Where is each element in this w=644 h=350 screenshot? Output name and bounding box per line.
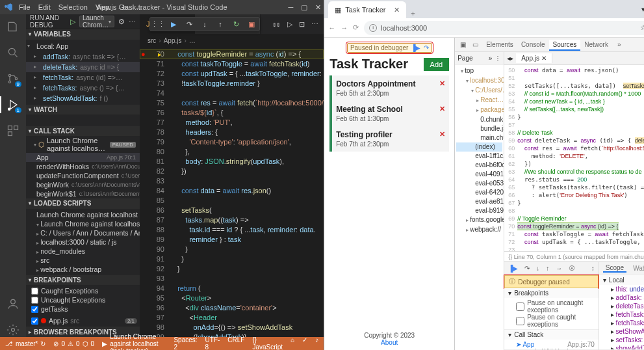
new-tab-button[interactable]: ＋	[406, 8, 419, 18]
menu-selection[interactable]: Selection	[55, 2, 91, 12]
watch-header[interactable]: ▾WATCH	[26, 105, 140, 115]
tree-node[interactable]: ▸package	[456, 105, 502, 115]
variable-item[interactable]: ▸addTask: async task => {…	[26, 51, 140, 62]
scope-variable[interactable]: ▸ deleteTask: async id => {…}	[599, 302, 644, 310]
breadcrumb[interactable]: src›App.js›…	[140, 34, 324, 47]
tree-node[interactable]: eval-e053cc	[456, 179, 502, 188]
breakpoints-header[interactable]: ▾BREAKPOINTS	[26, 275, 140, 286]
dt-callstack-frame[interactable]: ➤ AppApp.js:70	[516, 341, 595, 348]
add-button[interactable]: Add	[424, 58, 450, 71]
explorer-icon[interactable]	[6, 20, 20, 34]
loaded-script[interactable]: ▸ localhost:3000 / static / js	[26, 237, 140, 247]
callstack-frame[interactable]: beginWorkc:\Users\Ann\Documents\An…	[26, 180, 140, 189]
scope-variable[interactable]: ▸ showAddTask: true	[599, 344, 644, 350]
tree-node[interactable]: eval-ae81e6	[456, 197, 502, 206]
callstack-section[interactable]: ▾ Call Stack	[504, 330, 599, 340]
breakpoint-item[interactable]: getTasks	[26, 304, 140, 314]
loaded-script[interactable]: ▸ node_modules	[26, 247, 140, 256]
menu-view[interactable]: View	[92, 2, 114, 12]
variable-item[interactable]: ▸fetchTask: async (id) =>…	[26, 72, 140, 83]
delete-task-icon[interactable]: ✕	[439, 105, 445, 113]
step-into-icon[interactable]: ↓	[200, 19, 210, 29]
loaded-script[interactable]: Launch Chrome against localhost	[26, 210, 140, 219]
restart-icon[interactable]: ↻	[231, 19, 241, 29]
devtools-tab-sources[interactable]: Sources	[549, 40, 581, 51]
scm-icon[interactable]: 9	[6, 72, 20, 86]
tree-node[interactable]: bundle.js	[456, 124, 502, 133]
tree-node[interactable]: eval-4091c3	[456, 170, 502, 179]
about-link[interactable]: About	[381, 339, 398, 346]
scope-variable[interactable]: ▸ setTasks: f ()	[599, 336, 644, 344]
step-icon[interactable]: ↷	[424, 44, 429, 51]
menu-file[interactable]: File	[16, 2, 34, 12]
menu-…[interactable]: …	[133, 2, 146, 12]
inspect-icon[interactable]: ▣	[457, 41, 469, 48]
tree-node[interactable]: ▾localhost:3000	[456, 76, 502, 86]
account-icon[interactable]	[6, 297, 20, 311]
editor-toolbar[interactable]: ⫾⫾▷⊡⋯	[268, 14, 324, 34]
tree-node[interactable]: ▾top	[456, 66, 502, 76]
task-item[interactable]: Doctors AppointmentFeb 5th at 2:30pm✕	[329, 75, 449, 101]
tree-node[interactable]: main.chun…	[456, 133, 502, 142]
scope-variable[interactable]: ▸ fetchTask: async (id) =>…	[599, 310, 644, 319]
callstack-thread[interactable]: ▾ ⬡ Launch Chrome against localhos… PAUS…	[26, 136, 140, 153]
tree-node[interactable]: ▾C:/Users/…	[456, 86, 502, 96]
continue-icon[interactable]: ▶	[168, 19, 179, 29]
loaded-script[interactable]: ▾ Launch Chrome against localhost: Task …	[26, 219, 140, 228]
site-info-icon[interactable]: i	[369, 24, 377, 32]
variable-item[interactable]: ▸setShowAddTask: f ()	[26, 93, 140, 103]
tree-node[interactable]: (index)	[456, 142, 502, 152]
delete-task-icon[interactable]: ✕	[439, 79, 445, 88]
close-tab-icon[interactable]: ✕	[394, 6, 400, 14]
drag-handle-icon[interactable]: ⋮⋮	[153, 19, 163, 29]
step-over-icon[interactable]: ↷	[184, 19, 194, 29]
tree-node[interactable]: eval-1ff1c23	[456, 152, 502, 161]
variable-item[interactable]: ▸fetchTasks: async () => {…	[26, 83, 140, 93]
stop-icon[interactable]: ▣	[246, 19, 257, 29]
callstack-frame[interactable]: AppApp.js 70:1	[26, 153, 140, 162]
breakpoint-file-row[interactable]: App.js src 2/1	[26, 316, 140, 325]
task-item[interactable]: Meeting at SchoolFeb 6th at 1:30pm✕	[329, 101, 449, 126]
step-out-icon[interactable]: ↑	[215, 19, 225, 29]
browser-tab[interactable]: ▦ Task Tracker ✕	[328, 1, 406, 18]
callstack-frame[interactable]: updateFunctionComponentc:\Users\An…	[26, 171, 140, 180]
menu-edit[interactable]: Edit	[35, 2, 54, 12]
scope-variable[interactable]: ▸ this: undefined	[599, 285, 644, 293]
launch-config-picker[interactable]: Launch Chrom… ▾	[79, 16, 114, 27]
devtools-tab-network[interactable]: Network	[580, 40, 612, 49]
loaded-scripts-header[interactable]: ▾LOADED SCRIPTS	[26, 198, 140, 209]
variable-item[interactable]: ▸deleteTask: async id => {	[26, 62, 140, 72]
settings-gear-icon[interactable]	[6, 323, 20, 337]
more-icon[interactable]: ⋯	[129, 18, 136, 26]
tree-node[interactable]: ▸webpack://	[456, 225, 502, 235]
tree-node[interactable]: ▸fonts.googleapis…	[456, 215, 502, 225]
code-editor[interactable]: ▸ ●7071727374757677787980818283848586878…	[140, 47, 324, 337]
callstack-header[interactable]: ▾CALL STACK	[26, 126, 140, 137]
callstack-frame[interactable]: renderWithHooksc:\Users\Ann\Docum…	[26, 162, 140, 171]
status-bar[interactable]: ⎇master*↻ ⊘ 0 ⚠ 0 ⬡ 0 ▶ Launch Chrome ag…	[0, 337, 324, 350]
devtools-code-tab[interactable]: App.js ✕	[516, 53, 552, 63]
scope-variable[interactable]: ▸ fetchTasks: async () => {…	[599, 319, 644, 327]
breakpoints-section[interactable]: ▾ Breakpoints	[504, 288, 599, 298]
menu-go[interactable]: Go	[116, 2, 132, 12]
loaded-script[interactable]: ▸ webpack / bootstrap	[26, 265, 140, 274]
scope-variable[interactable]: ▸ addTask: async task => {…}	[599, 293, 644, 302]
callstack-frame[interactable]: beginWork$1c:\Users\Ann\Document…	[26, 189, 140, 198]
debug-icon[interactable]: 1	[6, 98, 20, 112]
tree-node[interactable]: eval-642040	[456, 188, 502, 197]
variables-header[interactable]: ▾VARIABLES	[26, 29, 140, 40]
back-icon[interactable]: ←	[328, 24, 335, 32]
scope-variable[interactable]: ▸ setShowAddTask: f ()	[599, 327, 644, 336]
vscode-menu[interactable]: FileEditSelectionViewGo…	[16, 2, 146, 12]
window-controls[interactable]: ▾─▢✕	[635, 5, 644, 14]
devtools-tab-console[interactable]: Console	[517, 40, 549, 49]
extensions-icon[interactable]	[6, 124, 20, 138]
tree-node[interactable]: 0.chunk.js	[456, 115, 502, 124]
tree-node[interactable]: eval-b919e4	[456, 206, 502, 215]
debug-controls[interactable]: ▐▶↷↓↑→⦿↕	[504, 262, 599, 275]
breakpoint-item[interactable]: Uncaught Exceptions	[26, 295, 140, 304]
address-bar[interactable]: i localhost:3000 ☆	[364, 21, 644, 35]
breakpoint-item[interactable]: Caught Exceptions	[26, 286, 140, 295]
task-item[interactable]: Testing profilerFeb 7th at 2:30pm✕	[329, 126, 449, 152]
gear-icon[interactable]: ⚙	[118, 18, 125, 26]
